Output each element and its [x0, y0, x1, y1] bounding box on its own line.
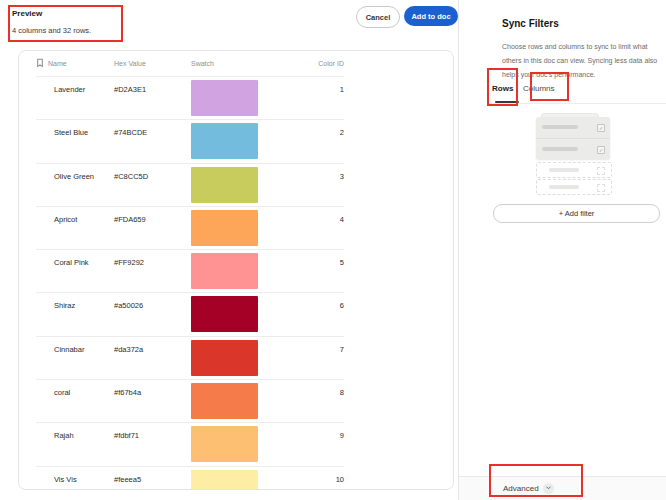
table-row[interactable]: Olive Green #C8CC5D 3 [36, 164, 344, 207]
table-row[interactable]: Apricot #FDA659 4 [36, 207, 344, 250]
color-swatch [191, 253, 258, 289]
color-name-cell: Cinnabar [36, 337, 114, 379]
color-name-cell: coral [36, 380, 114, 422]
hex-value-cell: #C8CC5D [114, 164, 191, 206]
checkbox-icon: ✓ [597, 124, 605, 132]
add-filter-button[interactable]: + Add filter [493, 204, 660, 223]
color-name-cell: Vis Vis [36, 467, 114, 490]
color-id-cell: 5 [294, 250, 344, 292]
table-row[interactable]: Vis Vis #feeea5 10 [36, 467, 344, 490]
color-swatch [191, 426, 258, 462]
color-swatch [191, 167, 258, 203]
illustration-text-bar [542, 125, 578, 129]
color-id-cell: 3 [294, 164, 344, 206]
hex-value-cell: #f67b4a [114, 380, 191, 422]
filter-illustration-card: ✓ ✓ [536, 117, 610, 159]
color-name-cell: Apricot [36, 207, 114, 249]
illustration-dashed-row [536, 162, 612, 178]
checkbox-icon: ✓ [597, 146, 605, 154]
illustration-text-bar [542, 147, 578, 151]
color-id-cell: 8 [294, 380, 344, 422]
color-id-cell: 2 [294, 120, 344, 162]
color-id-cell: 1 [294, 77, 344, 119]
column-header-name[interactable]: Name [36, 58, 114, 69]
tab-rows[interactable]: Rows [492, 84, 513, 93]
color-swatch [191, 123, 258, 159]
tabs-divider [489, 103, 666, 104]
description-line: helps your doc's performance. [502, 68, 657, 82]
column-header-hex[interactable]: Hex Value [114, 60, 191, 67]
color-swatch [191, 383, 258, 419]
column-header-color-id[interactable]: Color ID [294, 60, 344, 67]
table-row[interactable]: Rajah #fdbf71 9 [36, 423, 344, 466]
color-swatch [191, 470, 258, 490]
sync-preview-screen: Preview 4 columns and 32 rows. Cancel Ad… [0, 0, 666, 500]
color-name-cell: Olive Green [36, 164, 114, 206]
color-id-cell: 4 [294, 207, 344, 249]
illustration-text-bar [549, 168, 579, 172]
illustration-row: ✓ [536, 117, 610, 138]
sync-filters-title: Sync Filters [502, 18, 559, 29]
preview-row-count: 4 columns and 32 rows. [12, 26, 91, 35]
sync-filters-description: Choose rows and columns to sync to limit… [502, 40, 657, 82]
illustration-text-bar [549, 185, 579, 189]
color-id-cell: 10 [294, 467, 344, 490]
hex-value-cell: #FF9292 [114, 250, 191, 292]
hex-value-cell: #FDA659 [114, 207, 191, 249]
color-swatch [191, 80, 258, 116]
color-name-cell: Lavender [36, 77, 114, 119]
preview-title: Preview [12, 9, 42, 18]
table-row[interactable]: coral #f67b4a 8 [36, 380, 344, 423]
illustration-row: ✓ [536, 138, 610, 159]
color-id-cell: 9 [294, 423, 344, 465]
hex-value-cell: #a50026 [114, 293, 191, 335]
checkbox-icon [597, 167, 605, 175]
hex-value-cell: #fdbf71 [114, 423, 191, 465]
table-row[interactable]: Shiraz #a50026 6 [36, 293, 344, 336]
description-line: Choose rows and columns to sync to limit… [502, 40, 657, 54]
color-id-cell: 6 [294, 293, 344, 335]
hex-value-cell: #74BCDE [114, 120, 191, 162]
color-name-cell: Steel Blue [36, 120, 114, 162]
table-row[interactable]: Coral Pink #FF9292 5 [36, 250, 344, 293]
panel-divider [458, 0, 459, 500]
table-row[interactable]: Cinnabar #da372a 7 [36, 337, 344, 380]
color-table: Name Hex Value Swatch Color ID Lavender … [36, 51, 344, 490]
color-name-cell: Rajah [36, 423, 114, 465]
advanced-label: Advanced [503, 484, 539, 493]
panel-footer [459, 476, 666, 500]
color-name-cell: Shiraz [36, 293, 114, 335]
active-tab-underline [495, 101, 519, 103]
checkbox-icon [597, 184, 605, 192]
column-header-name-label: Name [48, 60, 67, 67]
cancel-button[interactable]: Cancel [356, 6, 400, 28]
table-header-row: Name Hex Value Swatch Color ID [36, 51, 344, 77]
hex-value-cell: #da372a [114, 337, 191, 379]
chevron-down-icon [543, 483, 554, 494]
bookmark-icon [36, 58, 44, 69]
color-swatch [191, 340, 258, 376]
illustration-dashed-row [536, 179, 612, 195]
column-header-swatch[interactable]: Swatch [191, 60, 294, 67]
tab-columns[interactable]: Columns [523, 84, 555, 93]
color-id-cell: 7 [294, 337, 344, 379]
color-swatch [191, 296, 258, 332]
advanced-dropdown[interactable]: Advanced [503, 482, 554, 494]
color-swatch [191, 210, 258, 246]
color-name-cell: Coral Pink [36, 250, 114, 292]
hex-value-cell: #feeea5 [114, 467, 191, 490]
add-to-doc-button[interactable]: Add to doc [404, 6, 458, 26]
description-line: others in this doc can view. Syncing les… [502, 54, 657, 68]
table-row[interactable]: Lavender #D2A3E1 1 [36, 77, 344, 120]
preview-table-card: Name Hex Value Swatch Color ID Lavender … [18, 50, 454, 490]
hex-value-cell: #D2A3E1 [114, 77, 191, 119]
table-row[interactable]: Steel Blue #74BCDE 2 [36, 120, 344, 163]
